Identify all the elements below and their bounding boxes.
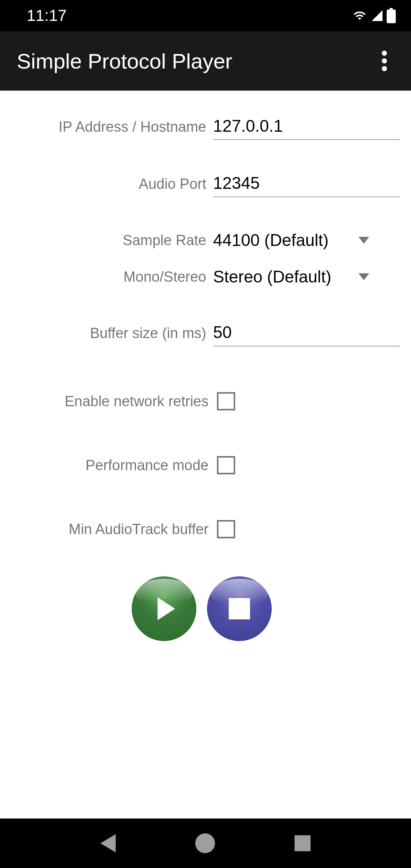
row-sample-rate: Sample Rate 44100 (Default) xyxy=(11,228,400,253)
row-channels: Mono/Stereo Stereo (Default) xyxy=(11,264,400,289)
channels-value: Stereo (Default) xyxy=(213,267,331,286)
more-vert-icon xyxy=(382,51,387,71)
row-port: Audio Port xyxy=(11,171,400,197)
row-minbuf: Min AudioTrack buffer xyxy=(11,520,400,538)
play-icon xyxy=(158,597,175,620)
media-controls xyxy=(11,576,400,641)
row-ip: IP Address / Hostname xyxy=(11,113,400,140)
nav-back-button[interactable] xyxy=(100,834,116,852)
sample-rate-value: 44100 (Default) xyxy=(213,231,328,250)
wifi-icon xyxy=(352,9,368,22)
sample-rate-label: Sample Rate xyxy=(11,232,213,249)
row-retries: Enable network retries xyxy=(11,392,400,410)
stop-button[interactable] xyxy=(207,576,272,641)
retries-label: Enable network retries xyxy=(11,393,217,410)
perf-checkbox[interactable] xyxy=(217,456,235,474)
app-bar: Simple Protocol Player xyxy=(0,31,411,91)
dropdown-icon xyxy=(358,273,369,280)
battery-icon xyxy=(387,8,396,23)
port-label: Audio Port xyxy=(11,176,213,192)
nav-recent-button[interactable] xyxy=(295,835,311,851)
stop-icon xyxy=(229,598,250,619)
content-area: IP Address / Hostname Audio Port Sample … xyxy=(0,91,411,819)
channels-spinner[interactable]: Stereo (Default) xyxy=(213,264,400,289)
overflow-menu-button[interactable] xyxy=(373,49,396,72)
ip-input[interactable] xyxy=(213,113,400,140)
row-perf: Performance mode xyxy=(11,456,400,474)
android-nav-bar xyxy=(0,819,411,868)
status-icons xyxy=(352,8,396,23)
ip-label: IP Address / Hostname xyxy=(11,119,213,135)
cellular-icon xyxy=(371,9,384,22)
nav-home-button[interactable] xyxy=(195,833,215,853)
svg-point-1 xyxy=(382,58,387,64)
perf-label: Performance mode xyxy=(11,457,217,474)
minbuf-label: Min AudioTrack buffer xyxy=(11,521,217,538)
app-title: Simple Protocol Player xyxy=(17,49,232,73)
buffer-label: Buffer size (in ms) xyxy=(11,325,213,341)
sample-rate-spinner[interactable]: 44100 (Default) xyxy=(213,228,400,253)
row-buffer: Buffer size (in ms) xyxy=(11,320,400,346)
svg-point-2 xyxy=(382,66,387,72)
play-button[interactable] xyxy=(132,576,196,641)
minbuf-checkbox[interactable] xyxy=(217,520,235,538)
retries-checkbox[interactable] xyxy=(217,392,235,410)
port-input[interactable] xyxy=(213,171,400,197)
channels-label: Mono/Stereo xyxy=(11,269,213,285)
svg-point-0 xyxy=(382,51,387,56)
buffer-input[interactable] xyxy=(213,320,400,346)
status-bar: 11:17 xyxy=(0,0,411,31)
status-time: 11:17 xyxy=(27,6,67,25)
dropdown-icon xyxy=(358,237,369,244)
